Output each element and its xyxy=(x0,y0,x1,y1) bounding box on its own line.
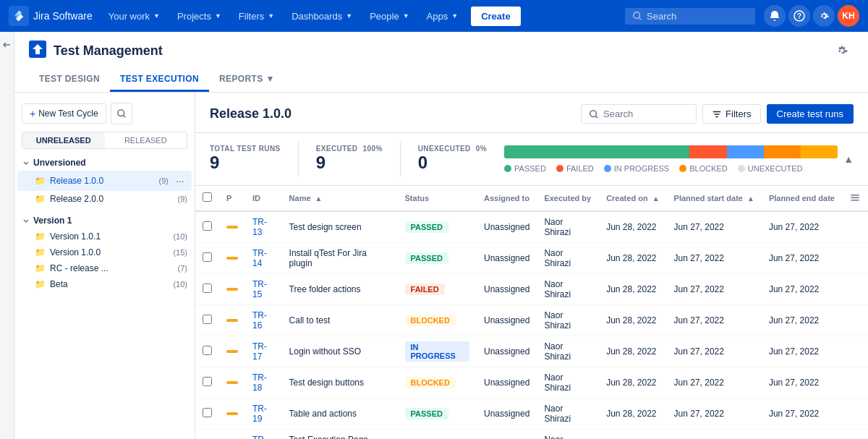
tr-link[interactable]: TR-19 xyxy=(252,404,267,424)
new-test-cycle-button[interactable]: + New Test Cycle xyxy=(22,103,106,124)
tab-reports[interactable]: REPORTS ▼ xyxy=(209,68,285,92)
nav-people[interactable]: People ▼ xyxy=(362,7,416,26)
row-status: BLOCKED xyxy=(398,304,477,336)
status-badge: PASSED xyxy=(405,252,448,264)
blocked-dot xyxy=(679,165,686,172)
row-checkbox[interactable] xyxy=(203,408,212,417)
row-action-cell xyxy=(842,429,868,439)
exec-actions: Search Filters Create test runs xyxy=(581,104,854,124)
table-row: TR-14 Install qTest For Jira plugin PASS… xyxy=(195,242,868,273)
row-checkbox[interactable] xyxy=(203,377,212,386)
tree-group-unversioned[interactable]: Unversioned xyxy=(17,155,192,171)
tree-item-release-1-0-0[interactable]: 📁 Release 1.0.0 (9) ··· xyxy=(17,171,192,191)
row-checkbox[interactable] xyxy=(203,221,212,231)
avatar[interactable]: KH xyxy=(838,5,859,27)
tr-link[interactable]: TR-15 xyxy=(252,279,267,299)
app-settings-button[interactable] xyxy=(830,39,854,62)
row-checkbox[interactable] xyxy=(203,252,212,262)
row-id: TR-17 xyxy=(245,336,282,367)
nav-apps[interactable]: Apps ▼ xyxy=(420,7,466,26)
row-checkbox[interactable] xyxy=(203,284,212,293)
row-id: TR-15 xyxy=(245,273,282,304)
legend-in-progress: IN PROGRESS xyxy=(604,164,669,173)
tree-item-release-2-0-0[interactable]: 📁 Release 2.0.0 (9) xyxy=(17,191,192,207)
main-content: Test Management TEST DESIGN TEST EXECUTI… xyxy=(14,32,868,439)
sidebar-toggle[interactable] xyxy=(0,32,14,439)
th-name[interactable]: Name ▲ xyxy=(282,186,398,211)
chevron-down-icon: ▼ xyxy=(153,12,160,20)
app-layout: Test Management TEST DESIGN TEST EXECUTI… xyxy=(0,32,868,439)
tr-link[interactable]: TR-17 xyxy=(252,341,267,362)
row-id: TR-19 xyxy=(245,398,282,429)
create-button[interactable]: Create xyxy=(471,7,520,26)
collapse-progress-button[interactable]: ▲ xyxy=(843,142,854,176)
help-button[interactable]: ? xyxy=(788,5,810,27)
tree-item-count: (7) xyxy=(178,264,187,273)
tr-link[interactable]: TR-20 xyxy=(252,435,267,439)
tree-item-rc[interactable]: 📁 RC - release ... (7) xyxy=(17,260,192,276)
row-checkbox[interactable] xyxy=(203,346,212,355)
priority-icon xyxy=(226,412,238,415)
filter-tab-unreleased[interactable]: UNRELEASED xyxy=(22,132,105,148)
tr-link[interactable]: TR-18 xyxy=(252,372,267,393)
panel-search-button[interactable] xyxy=(111,103,132,124)
failed-dot xyxy=(556,165,563,172)
tree-item-v101[interactable]: 📁 Version 1.0.1 (10) xyxy=(17,229,192,244)
create-test-runs-button[interactable]: Create test runs xyxy=(767,104,854,124)
panel-toolbar: + New Test Cycle xyxy=(14,100,195,132)
tricentis-icon xyxy=(29,41,46,61)
nav-projects[interactable]: Projects ▼ xyxy=(170,7,229,26)
nav-your-work[interactable]: Your work ▼ xyxy=(101,7,167,26)
row-checkbox-cell xyxy=(195,304,219,336)
tr-link[interactable]: TR-14 xyxy=(252,248,267,268)
legend-unexecuted: UNEXECUTED xyxy=(738,164,803,173)
svg-point-8 xyxy=(590,110,597,116)
chevron-down-icon: ▼ xyxy=(346,12,352,20)
row-checkbox-cell xyxy=(195,336,219,367)
row-checkbox[interactable] xyxy=(203,315,212,324)
stat-executed: EXECUTED 100% 9 xyxy=(316,142,401,176)
row-start-date: Jun 27, 2022 xyxy=(667,367,762,398)
table-row: TR-17 Login without SSO IN PROGRESS Unas… xyxy=(195,336,868,367)
tree-item-count: (9) xyxy=(159,176,169,185)
row-start-date: Jun 27, 2022 xyxy=(667,211,762,243)
nav-dashboards[interactable]: Dashboards ▼ xyxy=(284,7,359,26)
tab-test-design[interactable]: TEST DESIGN xyxy=(29,68,110,92)
tree-item-label: Release 1.0.0 xyxy=(50,176,155,186)
tree-item-more-button[interactable]: ··· xyxy=(173,174,187,188)
row-priority xyxy=(219,242,245,273)
global-search[interactable]: Search xyxy=(625,8,755,25)
tr-link[interactable]: TR-16 xyxy=(252,310,267,331)
tree-group-version1[interactable]: Version 1 xyxy=(17,213,192,229)
tree-group-label: Version 1 xyxy=(33,216,72,226)
row-start-date: Jun 27, 2022 xyxy=(667,273,762,304)
row-executed: Naor Shirazi xyxy=(537,273,599,304)
row-created: Jun 28, 2022 xyxy=(599,367,666,398)
filters-button[interactable]: Filters xyxy=(702,104,760,124)
tree-item-beta[interactable]: 📁 Beta (10) xyxy=(17,276,192,292)
jira-logo[interactable]: Jira Software xyxy=(9,6,93,26)
exec-title: Release 1.0.0 xyxy=(210,106,292,122)
nav-filters[interactable]: Filters ▼ xyxy=(231,7,281,26)
settings-button[interactable] xyxy=(813,5,835,27)
folder-icon: 📁 xyxy=(35,279,46,289)
row-name: Table and actions xyxy=(282,398,398,429)
passed-dot xyxy=(504,165,511,172)
select-all-checkbox[interactable] xyxy=(203,192,212,202)
tr-link[interactable]: TR-13 xyxy=(252,217,267,237)
folder-icon: 📁 xyxy=(35,247,46,257)
notifications-button[interactable] xyxy=(764,5,786,27)
tree-item-v100[interactable]: 📁 Version 1.0.0 (15) xyxy=(17,244,192,260)
tab-test-execution[interactable]: TEST EXECUTION xyxy=(110,68,209,92)
row-action-cell xyxy=(842,398,868,429)
row-end-date: Jun 27, 2022 xyxy=(762,429,842,439)
row-id: TR-20 xyxy=(245,429,282,439)
folder-icon: 📁 xyxy=(35,176,46,186)
exec-search-input[interactable]: Search xyxy=(581,104,697,124)
filter-tab-released[interactable]: RELEASED xyxy=(105,132,187,148)
th-created: Created on ▲ xyxy=(599,186,666,211)
tree-item-label: RC - release ... xyxy=(50,263,174,273)
passed-segment xyxy=(504,145,689,158)
row-name: Test design screen xyxy=(282,211,398,243)
svg-rect-11 xyxy=(851,197,859,198)
